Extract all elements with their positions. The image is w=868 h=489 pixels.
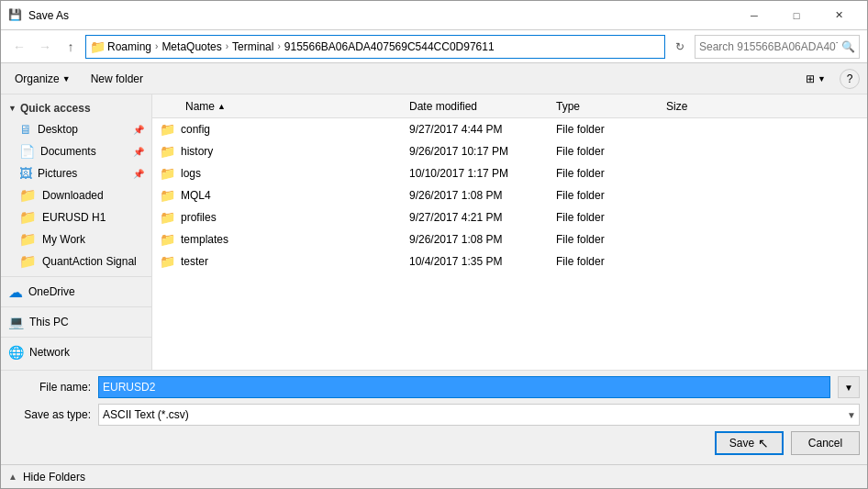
address-folder-icon: 📁 — [90, 39, 106, 54]
save-button[interactable]: Save ↖ — [715, 431, 784, 455]
file-type: File folder — [556, 145, 666, 158]
file-date: 9/26/2017 10:17 PM — [409, 145, 556, 158]
pin-icon: 📌 — [133, 169, 144, 179]
sidebar-item-label: Downloaded — [42, 189, 104, 202]
hide-folders-chevron-icon[interactable]: ▲ — [8, 472, 17, 482]
file-type: File folder — [556, 167, 666, 180]
thispc-icon: 💻 — [8, 315, 24, 329]
filename-input[interactable] — [98, 376, 830, 398]
dialog-title: Save As — [28, 9, 733, 22]
col-header-name[interactable]: Name ▲ — [152, 100, 409, 113]
documents-icon: 📄 — [19, 144, 35, 159]
maximize-button[interactable]: □ — [775, 1, 818, 30]
cancel-button[interactable]: Cancel — [791, 431, 860, 455]
statusbar: ▲ Hide Folders — [1, 464, 867, 488]
forward-button[interactable]: → — [34, 36, 56, 58]
close-button[interactable]: ✕ — [818, 1, 860, 30]
help-button[interactable]: ? — [840, 69, 860, 89]
sidebar-item-label: This PC — [29, 316, 69, 328]
new-folder-label: New folder — [91, 72, 143, 85]
file-date: 10/4/2017 1:35 PM — [409, 255, 556, 268]
back-button[interactable]: ← — [8, 36, 30, 58]
address-sep-1: › — [155, 41, 158, 51]
main-content: ▼ Quick access 🖥 Desktop 📌 📄 Documents 📌… — [1, 94, 867, 370]
window-controls: ─ □ ✕ — [733, 1, 860, 30]
sidebar-item-downloaded[interactable]: 📁 Downloaded — [1, 184, 151, 206]
address-hash: 915566BA06ADA407569C544CC0D97611 — [284, 40, 495, 53]
sidebar-item-desktop[interactable]: 🖥 Desktop 📌 — [1, 118, 151, 140]
sidebar-item-documents[interactable]: 📄 Documents 📌 — [1, 140, 151, 162]
title-icon: 💾 — [8, 8, 23, 23]
cancel-label: Cancel — [808, 437, 842, 450]
sidebar-item-mywork[interactable]: 📁 My Work — [1, 228, 151, 250]
file-list-header: Name ▲ Date modified Type Size — [152, 94, 867, 118]
hide-folders-label: Hide Folders — [23, 471, 85, 483]
table-row[interactable]: 📁 profiles 9/27/2017 4:21 PM File folder — [152, 206, 867, 228]
quick-access-section: ▼ Quick access 🖥 Desktop 📌 📄 Documents 📌… — [1, 98, 151, 272]
organize-button[interactable]: Organize ▼ — [8, 69, 77, 89]
save-label: Save — [729, 437, 754, 450]
folder-icon: 📁 — [160, 122, 175, 137]
file-name: logs — [181, 167, 201, 180]
sidebar-item-eurusd[interactable]: 📁 EURUSD H1 — [1, 206, 151, 228]
search-box: 🔍 — [695, 35, 860, 59]
filename-label: File name: — [8, 381, 91, 394]
address-terminal: Terminal — [232, 40, 273, 53]
table-row[interactable]: 📁 history 9/26/2017 10:17 PM File folder — [152, 140, 867, 162]
help-icon: ? — [847, 72, 853, 85]
file-date: 9/27/2017 4:44 PM — [409, 123, 556, 136]
onedrive-icon: ☁ — [8, 283, 23, 301]
file-type: File folder — [556, 211, 666, 224]
filename-dropdown-button[interactable]: ▼ — [838, 376, 860, 398]
new-folder-button[interactable]: New folder — [84, 69, 150, 89]
desktop-icon: 🖥 — [19, 122, 32, 137]
minimize-button[interactable]: ─ — [733, 1, 775, 30]
search-input[interactable] — [699, 40, 838, 53]
col-header-size[interactable]: Size — [666, 100, 740, 113]
table-row[interactable]: 📁 tester 10/4/2017 1:35 PM File folder — [152, 250, 867, 272]
address-sep-2: › — [226, 41, 228, 51]
refresh-button[interactable]: ↻ — [669, 36, 691, 58]
sidebar-item-onedrive[interactable]: ☁ OneDrive — [1, 281, 151, 303]
quick-access-header[interactable]: ▼ Quick access — [1, 98, 151, 118]
sidebar-item-network[interactable]: 🌐 Network — [1, 341, 151, 363]
table-row[interactable]: 📁 templates 9/26/2017 1:08 PM File folde… — [152, 228, 867, 250]
savetype-select[interactable]: ASCII Text (*.csv) — [98, 404, 860, 426]
file-date: 9/26/2017 1:08 PM — [409, 233, 556, 246]
quantaction-folder-icon: 📁 — [19, 253, 37, 270]
col-header-type[interactable]: Type — [556, 100, 666, 113]
filename-row: File name: ▼ — [8, 376, 860, 398]
quick-access-chevron-icon: ▼ — [8, 104, 17, 113]
save-as-dialog: 💾 Save As ─ □ ✕ ← → ↑ 📁 Roaming › MetaQu… — [0, 0, 868, 489]
sidebar-item-label: Network — [29, 346, 70, 359]
file-name: history — [181, 145, 213, 158]
cursor-icon: ↖ — [758, 436, 769, 450]
file-type: File folder — [556, 123, 666, 136]
sidebar-item-thispc[interactable]: 💻 This PC — [1, 311, 151, 333]
organize-label: Organize — [15, 72, 60, 85]
folder-icon: 📁 — [160, 166, 175, 181]
table-row[interactable]: 📁 config 9/27/2017 4:44 PM File folder — [152, 118, 867, 140]
mywork-folder-icon: 📁 — [19, 231, 37, 248]
view-button[interactable]: ⊞ ▼ — [799, 69, 832, 89]
folder-icon: 📁 — [160, 188, 175, 203]
network-icon: 🌐 — [8, 345, 24, 360]
sidebar-divider-3 — [1, 337, 151, 338]
sidebar-item-label: EURUSD H1 — [42, 211, 106, 224]
file-name: templates — [181, 233, 228, 246]
view-chevron-icon: ▼ — [818, 74, 826, 83]
address-bar[interactable]: 📁 Roaming › MetaQuotes › Terminal › 9155… — [85, 35, 665, 59]
col-header-date[interactable]: Date modified — [409, 100, 556, 113]
up-button[interactable]: ↑ — [60, 36, 82, 58]
file-name: tester — [181, 255, 208, 268]
address-metaquotes: MetaQuotes — [161, 40, 221, 53]
savetype-label: Save as type: — [8, 408, 91, 421]
sidebar-item-label: Pictures — [38, 167, 77, 180]
table-row[interactable]: 📁 logs 10/10/2017 1:17 PM File folder — [152, 162, 867, 184]
folder-icon: 📁 — [160, 210, 175, 225]
pin-icon: 📌 — [133, 125, 144, 135]
table-row[interactable]: 📁 MQL4 9/26/2017 1:08 PM File folder — [152, 184, 867, 206]
sidebar-item-pictures[interactable]: 🖼 Pictures 📌 — [1, 162, 151, 184]
sidebar-item-quantaction[interactable]: 📁 QuantAction Signal — [1, 250, 151, 272]
sidebar-item-label: Desktop — [38, 123, 78, 136]
